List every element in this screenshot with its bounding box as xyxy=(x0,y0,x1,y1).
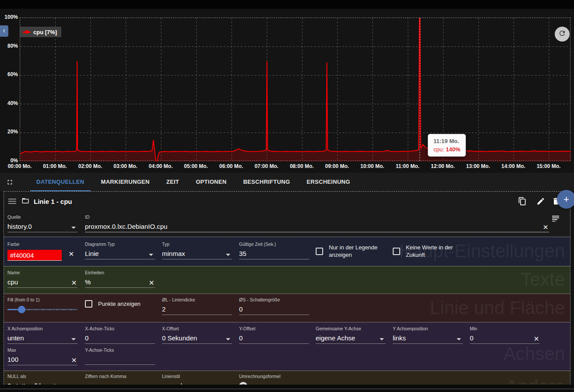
max-input[interactable]: Max 100× xyxy=(7,347,77,365)
checkbox-nur-legende[interactable]: Nur in der Legende anzeigen xyxy=(316,244,392,259)
tab-datenquellen[interactable]: DATENQUELLEN xyxy=(30,173,91,191)
min-input[interactable]: Min 0× xyxy=(470,326,540,344)
gemeinsame-y-achse-select[interactable]: Gemeinsame Y-Achse eigene Achse xyxy=(316,326,386,344)
section-andere: Andere NULL als 0 statt null benutzen Zi… xyxy=(4,371,570,385)
edit-line-button[interactable] xyxy=(536,197,545,206)
horizontal-scrollbar[interactable] xyxy=(0,388,574,389)
checkbox-punkte-anzeigen[interactable]: Punkte anzeigen xyxy=(85,300,168,308)
section-linie-flaeche: Linie und Fläche Fill (from 0 to 1) Punk… xyxy=(4,294,570,322)
checkbox[interactable] xyxy=(85,300,92,308)
checkbox-label: Nur in der Legende anzeigen xyxy=(329,244,384,259)
quelle-select[interactable]: Quelle history.0 xyxy=(7,214,77,232)
null-als-select[interactable]: NULL als 0 statt null benutzen xyxy=(7,374,77,385)
field-label: Linienstil xyxy=(162,374,232,379)
ziffern-input[interactable]: Ziffern nach Komma xyxy=(85,374,155,382)
fill-slider-field[interactable]: Fill (from 0 to 1) xyxy=(7,297,77,313)
typ-label: Typ xyxy=(162,242,232,247)
x-achse-ticks-input[interactable]: X-Achse-Ticks 0 xyxy=(85,326,155,344)
plus-icon: + xyxy=(563,194,569,205)
einheiten-input[interactable]: Einheiten %× xyxy=(85,270,155,288)
datasource-editor-panel: Linie 1 - cpu Quelle history.0 ID proxmo… xyxy=(4,191,570,385)
y-offset-input[interactable]: Y-Offset 0 xyxy=(239,326,309,344)
clear-icon[interactable]: × xyxy=(71,280,77,286)
liniendicke-input[interactable]: ØL - Liniendicke 2 xyxy=(162,297,232,315)
x-axis-tick: 02:00 Mo. xyxy=(72,163,108,169)
tooltip-time: 11:19 Mo. xyxy=(433,138,460,144)
field-label: Y-Offset xyxy=(239,326,309,331)
duplicate-line-button[interactable] xyxy=(518,197,527,206)
add-line-button[interactable]: + xyxy=(557,190,574,209)
checkbox[interactable] xyxy=(316,248,323,255)
typ-select[interactable]: Typ minmax xyxy=(162,242,232,259)
field-value: 0 xyxy=(85,334,88,342)
series-marker-icon xyxy=(23,30,31,34)
diagramm-typ-value: Linie xyxy=(85,250,99,257)
checkbox-label: Punkte anzeigen xyxy=(98,300,141,308)
y-axis-tick: 80% xyxy=(0,43,18,49)
einheiten-label: Einheiten xyxy=(85,270,155,275)
field-value: 0 xyxy=(239,334,243,342)
section-watermark: Andere xyxy=(506,376,565,385)
chevron-left-icon: ‹ xyxy=(3,26,6,35)
x-axis-tick: 03:00 Mo. xyxy=(108,163,144,169)
cpu-line-chart[interactable] xyxy=(20,18,570,161)
clear-icon[interactable]: × xyxy=(71,357,77,363)
x-offset-select[interactable]: X-Offset 0 Sekunden xyxy=(162,326,232,344)
farbe-value: #f40004 xyxy=(7,252,34,259)
chart-legend: cpu [7%] xyxy=(20,27,61,37)
chevron-down-icon xyxy=(149,254,153,256)
clear-icon[interactable]: × xyxy=(543,224,548,230)
y-achsenposition-select[interactable]: Y Achsenposition links xyxy=(393,326,463,344)
pencil-icon xyxy=(536,197,545,206)
schattengroesse-input[interactable]: ØS - Schattengröße 0 xyxy=(239,297,309,315)
id-input[interactable]: ID proxmox.0.lxc.DebianIO.cpu× xyxy=(85,214,549,232)
field-value: 0 xyxy=(470,334,473,342)
section-haupt-einstellungen: Haupt-Einstellungen Farbe #f40004 × Diag… xyxy=(4,237,570,266)
tab-beschriftung[interactable]: BESCHRIFTUNG xyxy=(237,173,296,191)
refresh-button[interactable] xyxy=(555,27,570,42)
x-achsenposition-select[interactable]: X Achsenposition unten xyxy=(7,326,77,344)
refresh-icon xyxy=(558,29,566,39)
clear-icon[interactable]: × xyxy=(69,251,74,257)
tab-erscheinung[interactable]: ERSCHEINUNG xyxy=(300,173,356,191)
select-id-button[interactable] xyxy=(552,215,560,224)
clear-icon[interactable]: × xyxy=(534,336,539,342)
list-icon xyxy=(552,215,560,222)
name-input[interactable]: Name cpu× xyxy=(7,270,77,288)
checkbox-keine-zukunft[interactable]: Keine Werte in der Zukunft xyxy=(393,244,469,259)
collapse-panel-button[interactable]: ‹ xyxy=(0,25,8,37)
clear-icon[interactable]: × xyxy=(149,280,154,286)
drag-handle-icon[interactable] xyxy=(8,199,16,204)
gueltige-zeit-input[interactable]: Gültige Zeit (Sek.) 35 xyxy=(239,242,309,259)
section-source: Quelle history.0 ID proxmox.0.lxc.Debian… xyxy=(4,211,570,237)
tab-zeit[interactable]: ZEIT xyxy=(160,173,185,191)
umrechnungsformel-field[interactable]: Umrechnungsformel ? xyxy=(239,374,309,385)
section-texte: Texte Name cpu× Einheiten %× xyxy=(4,266,570,294)
fullscreen-button[interactable] xyxy=(6,173,14,191)
line-title: Linie 1 - cpu xyxy=(34,198,72,205)
legend-label: cpu [7%] xyxy=(33,29,57,35)
x-axis-tick: 05:00 Mo. xyxy=(178,163,214,169)
chevron-down-icon xyxy=(71,227,76,229)
copy-icon xyxy=(518,197,527,206)
fullscreen-icon xyxy=(6,178,14,186)
fill-label: Fill (from 0 to 1) xyxy=(7,297,77,302)
section-watermark: Linie und Fläche xyxy=(430,298,565,318)
y-achse-ticks-input[interactable]: Y-Achse-Ticks xyxy=(85,347,155,365)
fill-slider[interactable] xyxy=(7,305,77,313)
linienstil-select[interactable]: Linienstil normal xyxy=(162,374,232,385)
tab-markierungen[interactable]: MARKIERUNGEN xyxy=(95,173,156,191)
liniendicke-value: 2 xyxy=(162,305,166,313)
farbe-field[interactable]: Farbe #f40004 × xyxy=(7,242,77,261)
checkbox[interactable] xyxy=(393,248,400,255)
quelle-label: Quelle xyxy=(7,214,77,220)
field-label: X Achsenposition xyxy=(7,326,77,331)
x-axis-tick: 07:00 Mo. xyxy=(249,163,285,169)
color-swatch[interactable]: #f40004 xyxy=(7,250,62,261)
x-axis-tick: 13:00 Mo. xyxy=(460,163,496,169)
typ-value: minmax xyxy=(162,250,185,257)
slider-thumb[interactable] xyxy=(18,306,25,313)
x-axis-tick: 00:00 Mo. xyxy=(2,163,38,169)
tab-optionen[interactable]: OPTIONEN xyxy=(190,173,232,191)
diagramm-typ-select[interactable]: Diagramm Typ Linie xyxy=(85,242,155,259)
